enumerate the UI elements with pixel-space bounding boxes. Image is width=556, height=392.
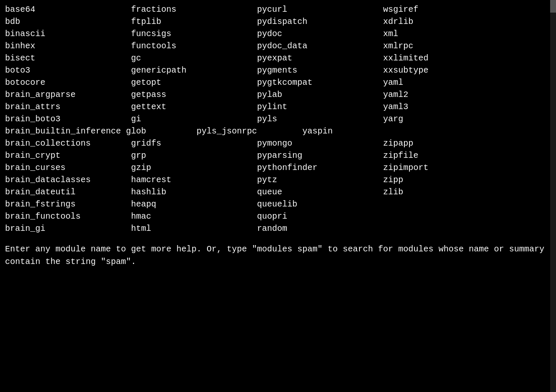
module-row: brain_argparse getpass pylab yaml2 xyxy=(5,89,551,101)
module-row: brain_dataclasses hamcrest pytz zipp xyxy=(5,174,551,186)
module-row: boto3 genericpath pygments xxsubtype xyxy=(5,64,551,76)
module-row: bdb ftplib pydispatch xdrlib xyxy=(5,16,551,28)
module-row: brain_functools hmac quopri xyxy=(5,210,551,222)
module-row: brain_gi html random xyxy=(5,222,551,235)
module-row: brain_collections gridfs pymongo zipapp xyxy=(5,137,551,149)
module-row: binhex functools pydoc_data xmlrpc xyxy=(5,40,551,52)
module-row: botocore getopt pygtkcompat yaml xyxy=(5,76,551,89)
module-row: brain_curses gzip pythonfinder zipimport xyxy=(5,162,551,174)
module-list: base64 fractions pycurl wsgirefbdb ftpli… xyxy=(5,3,551,235)
module-row: brain_fstrings heapq queuelib xyxy=(5,198,551,210)
help-text-block: Enter any module name to get more help. … xyxy=(5,243,551,268)
module-row: brain_boto3 gi pyls yarg xyxy=(5,113,551,125)
module-row: base64 fractions pycurl wsgiref xyxy=(5,3,551,16)
module-row: brain_attrs gettext pylint yaml3 xyxy=(5,101,551,113)
module-row: brain_crypt grp pyparsing zipfile xyxy=(5,149,551,162)
module-row: brain_builtin_inference glob pyls_jsonrp… xyxy=(5,125,551,137)
terminal-window: base64 fractions pycurl wsgirefbdb ftpli… xyxy=(5,3,551,268)
scrollbar-thumb[interactable] xyxy=(550,0,556,13)
module-row: bisect gc pyexpat xxlimited xyxy=(5,52,551,64)
scrollbar[interactable] xyxy=(550,0,556,392)
module-row: brain_dateutil hashlib queue zlib xyxy=(5,186,551,198)
module-row: binascii funcsigs pydoc xml xyxy=(5,28,551,40)
